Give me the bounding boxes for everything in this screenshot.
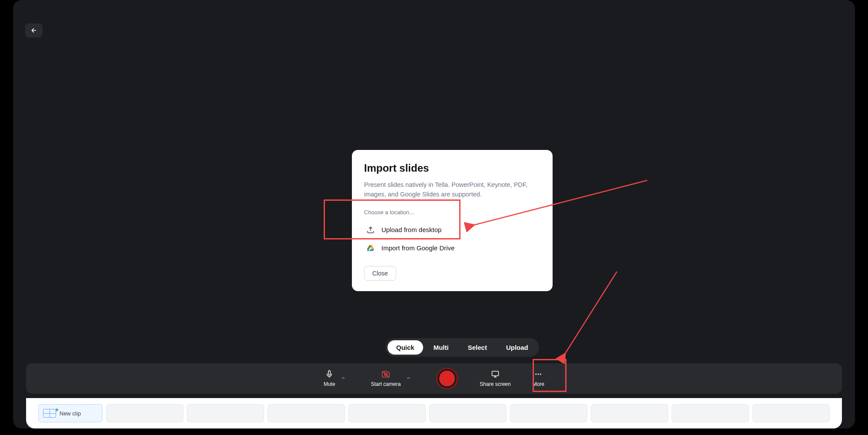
mode-multi[interactable]: Multi: [425, 340, 457, 355]
import-slides-modal: Import slides Present slides natively in…: [352, 150, 553, 291]
timeline-slot[interactable]: [187, 404, 264, 422]
record-button[interactable]: [436, 368, 458, 389]
back-button[interactable]: [25, 23, 43, 37]
upload-icon: [366, 225, 375, 235]
timeline-slot[interactable]: [510, 404, 587, 422]
timeline-slot[interactable]: [268, 404, 345, 422]
import-google-drive-option[interactable]: Import from Google Drive: [364, 239, 540, 257]
mode-selector: Quick Multi Select Upload: [385, 338, 539, 357]
camera-chevron[interactable]: [402, 375, 414, 382]
choose-location-label: Choose a location...: [364, 209, 540, 216]
recording-toolbar: Mute Start camera: [26, 363, 842, 394]
google-drive-icon: [366, 243, 375, 253]
more-label: More: [533, 381, 544, 387]
timeline-slot[interactable]: [752, 404, 830, 422]
timeline-slot[interactable]: [429, 404, 507, 422]
svg-point-8: [536, 374, 537, 375]
microphone-icon: [325, 370, 334, 379]
new-clip-icon: +: [43, 409, 56, 418]
more-horizontal-icon: [534, 370, 543, 379]
modal-title: Import slides: [364, 162, 540, 174]
modal-description: Present slides natively in Tella. PowerP…: [364, 180, 540, 199]
timeline-slot[interactable]: [672, 404, 749, 422]
upload-from-desktop-option[interactable]: Upload from desktop: [364, 221, 540, 239]
mode-select[interactable]: Select: [459, 340, 496, 355]
arrow-left-icon: [30, 27, 37, 34]
google-drive-option-label: Import from Google Drive: [381, 244, 454, 252]
svg-point-10: [540, 374, 541, 375]
svg-point-9: [538, 374, 539, 375]
svg-rect-5: [492, 371, 499, 376]
mode-quick[interactable]: Quick: [388, 340, 423, 355]
share-label: Share screen: [480, 381, 510, 387]
camera-off-icon: [381, 370, 390, 379]
camera-button[interactable]: Start camera: [371, 370, 401, 387]
new-clip-label: New clip: [60, 410, 81, 417]
mute-button[interactable]: Mute: [324, 370, 335, 387]
main-window: Import slides Present slides natively in…: [13, 0, 855, 428]
share-screen-button[interactable]: Share screen: [480, 370, 510, 387]
new-clip-button[interactable]: + New clip: [38, 404, 103, 422]
timeline: + New clip: [26, 398, 842, 428]
mode-upload[interactable]: Upload: [497, 340, 537, 355]
timeline-slot[interactable]: [106, 404, 183, 422]
timeline-slot[interactable]: [591, 404, 668, 422]
more-button[interactable]: More: [533, 370, 544, 387]
camera-label: Start camera: [371, 381, 401, 387]
mute-label: Mute: [324, 381, 335, 387]
monitor-icon: [491, 370, 500, 379]
mute-chevron[interactable]: [337, 375, 349, 382]
timeline-slot[interactable]: [348, 404, 426, 422]
close-button[interactable]: Close: [364, 266, 396, 281]
upload-option-label: Upload from desktop: [381, 226, 441, 233]
